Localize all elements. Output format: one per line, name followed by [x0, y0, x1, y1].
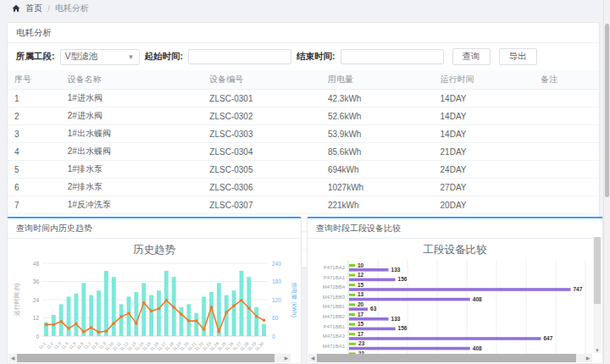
svg-text:P471BB1: P471BB1 [324, 324, 346, 329]
table-cell: ZLSC-0304 [202, 143, 321, 161]
scroll-right-icon[interactable]: ▶ [282, 354, 291, 362]
svg-text:15: 15 [358, 321, 364, 327]
svg-text:133: 133 [391, 267, 401, 273]
start-time-input[interactable] [188, 49, 291, 64]
power-table-head: 序号设备名称设备编号用电量运行时间备注 [8, 70, 599, 90]
svg-text:36: 36 [33, 279, 40, 284]
table-row: 31#出水蝶阀ZLSC-030353.9kWh14DAY [8, 125, 599, 143]
section-select-value: V型滤池 [65, 51, 98, 63]
svg-text:63: 63 [370, 306, 377, 312]
svg-text:0: 0 [36, 334, 39, 339]
trend-hscroll-thumb[interactable] [17, 354, 274, 362]
svg-text:11.30: 11.30 [253, 340, 264, 351]
table-cell: 6 [8, 179, 61, 196]
table-cell: 52.6kWh [321, 108, 434, 125]
table-row: 42#出水蝶阀ZLSC-030485.6kWh21DAY [8, 143, 599, 161]
svg-text:M471BB1: M471BB1 [323, 304, 346, 309]
table-cell: 14DAY [434, 90, 535, 108]
export-button[interactable]: 导出 [499, 48, 537, 65]
table-cell [534, 90, 599, 108]
history-trend-chart: 012243648060120180240运行时间 (h)用电量 (kWh)11… [10, 258, 298, 358]
history-trend-header: 查询时间内历史趋势 [8, 218, 301, 239]
scroll-left-icon[interactable]: ◀ [8, 354, 17, 362]
column-header: 备注 [534, 70, 599, 90]
query-button[interactable]: 查询 [452, 48, 491, 65]
svg-text:P471BA1: P471BA1 [324, 275, 346, 280]
table-row: 51#排水泵ZLSC-0305694kWh24DAY [8, 161, 599, 179]
table-cell: 14DAY [434, 125, 535, 143]
table-cell: ZLSC-0301 [202, 90, 321, 108]
end-time-input[interactable] [341, 49, 444, 64]
svg-text:408: 408 [473, 345, 482, 351]
svg-text:24: 24 [33, 297, 40, 303]
table-cell: 42.3kWh [321, 90, 434, 108]
column-header: 设备编号 [202, 70, 321, 90]
column-header: 序号 [8, 70, 61, 90]
table-cell: 2#排水泵 [61, 179, 203, 196]
svg-text:156: 156 [398, 325, 408, 331]
svg-text:408: 408 [473, 296, 482, 302]
table-cell: 21DAY [434, 143, 535, 161]
table-cell [534, 161, 599, 179]
table-cell [534, 125, 599, 143]
table-cell: 24DAY [434, 161, 535, 179]
column-header: 用电量 [321, 70, 434, 90]
table-cell: ZLSC-0305 [202, 161, 321, 179]
table-cell: 1 [8, 90, 61, 108]
column-header: 设备名称 [61, 70, 203, 90]
table-row: 62#排水泵ZLSC-03061027kWh27DAY [8, 179, 599, 196]
table-cell: 221kWh [321, 196, 434, 214]
breadcrumb-home[interactable]: 首页 [25, 3, 42, 14]
end-time-label: 结束时间: [297, 51, 336, 63]
table-cell: 4 [8, 143, 61, 161]
history-trend-title: 历史趋势 [8, 239, 301, 258]
table-row: 22#进水阀ZLSC-030252.6kWh14DAY [8, 108, 599, 125]
page-vscrollbar[interactable] [603, 0, 610, 364]
table-cell: 694kWh [321, 161, 434, 179]
svg-text:运行时间 (h): 运行时间 (h) [14, 284, 20, 317]
history-trend-card: 查询时间内历史趋势 历史趋势 012243648060120180240运行时间… [7, 217, 302, 364]
compare-vscroll-thumb[interactable] [594, 237, 601, 304]
column-header: 运行时间 [434, 70, 535, 90]
filter-toolbar: 所属工段: V型滤池 ▼ 起始时间: 结束时间: 查询 导出 [8, 43, 599, 70]
table-cell [534, 179, 599, 196]
svg-text:M471BA1: M471BA1 [323, 344, 346, 349]
section-label: 所属工段: [16, 51, 55, 63]
svg-text:17: 17 [358, 331, 364, 337]
page-vscroll-thumb[interactable] [605, 24, 609, 197]
compare-hscroll-thumb[interactable] [317, 354, 576, 362]
scroll-right-icon[interactable]: ▶ [584, 354, 592, 362]
table-cell [534, 196, 599, 214]
table-cell: 2#进水阀 [61, 108, 203, 125]
svg-text:180: 180 [272, 279, 281, 284]
table-cell: 7 [8, 196, 61, 214]
svg-text:0: 0 [272, 334, 275, 339]
svg-text:10: 10 [358, 262, 364, 268]
compare-vscrollbar[interactable]: ▼ [593, 237, 602, 353]
table-cell: ZLSC-0303 [202, 125, 321, 143]
scroll-left-icon[interactable]: ◀ [308, 354, 317, 362]
section-compare-title: 工段设备比较 [308, 239, 602, 258]
table-cell: 1#进水阀 [61, 90, 203, 108]
page-title: 电耗分析 [8, 23, 599, 43]
section-select[interactable]: V型滤池 ▼ [60, 49, 140, 65]
svg-text:48: 48 [33, 261, 40, 267]
table-cell: ZLSC-0302 [202, 108, 321, 125]
scroll-down-icon[interactable]: ▼ [593, 348, 602, 353]
section-compare-header: 查询时段工段设备比较 [308, 218, 602, 239]
table-cell: 3 [8, 125, 61, 143]
trend-hscrollbar[interactable]: ◀ ▶ [8, 354, 291, 362]
svg-text:P471BA2: P471BA2 [324, 265, 346, 270]
svg-text:17: 17 [358, 312, 364, 317]
home-icon[interactable] [12, 4, 20, 13]
table-row: 11#进水阀ZLSC-030142.3kWh14DAY [8, 90, 599, 108]
section-compare-chart: P471BA210133P471BA112156M472BB415747M471… [309, 258, 601, 358]
svg-text:23: 23 [358, 340, 365, 346]
table-cell: 2#出水蝶阀 [61, 143, 203, 161]
svg-text:15: 15 [358, 282, 364, 288]
table-cell: 20DAY [434, 196, 535, 214]
table-cell: 14DAY [434, 108, 535, 125]
compare-hscrollbar[interactable]: ◀ ▶ [308, 354, 592, 362]
svg-text:60: 60 [272, 315, 279, 321]
table-row: 71#反冲洗泵ZLSC-0307221kWh20DAY [8, 196, 599, 214]
